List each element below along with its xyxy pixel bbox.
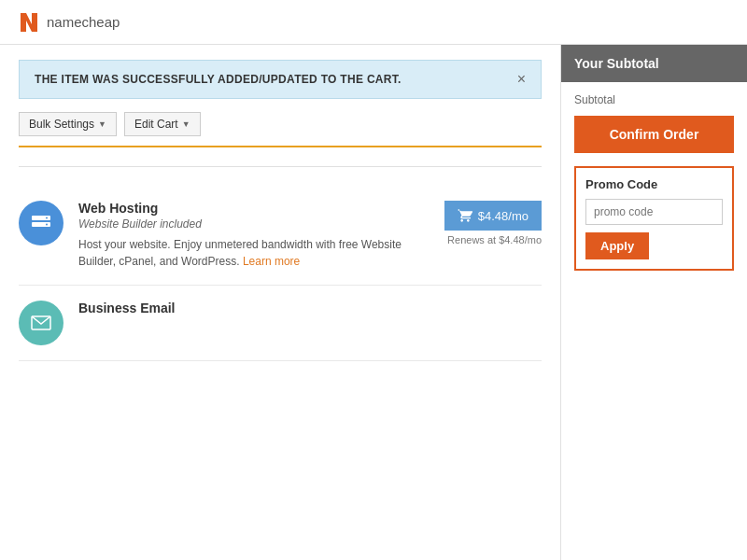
logo: namecheap <box>19 11 120 34</box>
logo-text: namecheap <box>47 14 120 30</box>
content-divider <box>19 166 542 167</box>
bulk-settings-caret-icon: ▼ <box>98 119 106 129</box>
confirm-order-button[interactable]: Confirm Order <box>574 116 734 153</box>
learn-more-link[interactable]: Learn more <box>243 255 300 268</box>
sidebar-body: Subtotal Confirm Order Promo Code Apply <box>561 82 747 282</box>
toolbar: Bulk Settings ▼ Edit Cart ▼ <box>19 112 542 147</box>
web-hosting-name: Web Hosting <box>78 201 430 216</box>
sidebar: Your Subtotal Subtotal Confirm Order Pro… <box>560 45 747 560</box>
cart-icon <box>458 208 472 223</box>
edit-cart-caret-icon: ▼ <box>182 119 190 129</box>
promo-label: Promo Code <box>585 177 723 191</box>
web-hosting-price-button[interactable]: $4.48/mo <box>444 201 542 231</box>
edit-cart-label: Edit Cart <box>134 118 178 131</box>
web-hosting-price-block: $4.48/mo Renews at $4.48/mo <box>444 201 542 245</box>
web-hosting-icon <box>19 201 63 245</box>
promo-code-section: Promo Code Apply <box>574 166 734 271</box>
header: namecheap <box>0 0 747 45</box>
product-section: Web Hosting Website Builder included Hos… <box>19 186 542 361</box>
svg-point-4 <box>46 224 48 226</box>
business-email-name: Business Email <box>78 301 542 315</box>
product-item-web-hosting: Web Hosting Website Builder included Hos… <box>19 186 542 286</box>
banner-close-button[interactable]: × <box>517 72 526 87</box>
bulk-settings-label: Bulk Settings <box>29 118 94 131</box>
svg-marker-0 <box>21 13 37 32</box>
bulk-settings-button[interactable]: Bulk Settings ▼ <box>19 112 117 136</box>
banner-message: THE ITEM WAS SUCCESSFULLY ADDED/UPDATED … <box>35 73 402 86</box>
product-item-business-email: Business Email <box>19 286 542 361</box>
namecheap-logo-icon <box>19 11 41 34</box>
business-email-info: Business Email <box>78 301 542 317</box>
web-hosting-subtitle: Website Builder included <box>78 217 430 231</box>
svg-point-3 <box>46 217 48 219</box>
web-hosting-renews: Renews at $4.48/mo <box>444 234 542 245</box>
edit-cart-button[interactable]: Edit Cart ▼ <box>124 112 201 136</box>
apply-promo-button[interactable]: Apply <box>585 232 649 259</box>
main-layout: THE ITEM WAS SUCCESSFULLY ADDED/UPDATED … <box>0 45 747 560</box>
success-banner: THE ITEM WAS SUCCESSFULLY ADDED/UPDATED … <box>19 60 542 99</box>
content-area: THE ITEM WAS SUCCESSFULLY ADDED/UPDATED … <box>0 45 560 560</box>
promo-code-input[interactable] <box>585 199 723 225</box>
sidebar-title: Your Subtotal <box>561 45 747 82</box>
subtotal-label: Subtotal <box>574 93 734 106</box>
web-hosting-desc: Host your website. Enjoy unmetered bandw… <box>78 236 430 270</box>
business-email-icon <box>19 301 63 345</box>
server-icon <box>30 212 52 234</box>
email-icon <box>30 312 52 334</box>
web-hosting-info: Web Hosting Website Builder included Hos… <box>78 201 430 270</box>
web-hosting-price: $4.48/mo <box>478 209 529 223</box>
